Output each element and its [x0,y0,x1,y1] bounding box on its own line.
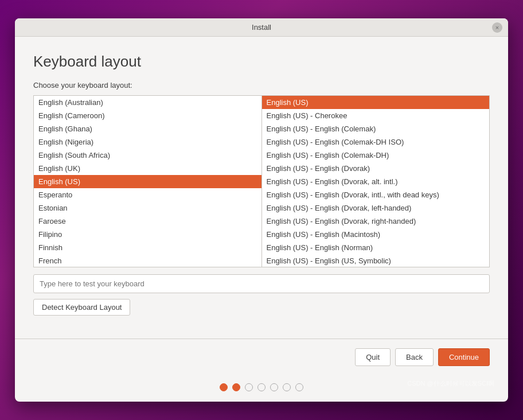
list-item[interactable]: English (US) - English (US, Symbolic) [262,254,490,267]
list-item[interactable]: English (Australian) [34,96,262,109]
bottom-navigation: Quit Back Continue [15,339,508,378]
list-item[interactable]: Estonian [34,201,262,215]
list-item[interactable]: English (US) - English (Dvorak, left-han… [262,201,490,215]
continue-button[interactable]: Continue [438,348,490,366]
list-item[interactable]: English (US) - English (Colemak-DH) [262,149,490,162]
list-item[interactable]: Finnish [34,241,262,254]
close-button[interactable]: × [492,22,502,33]
page-title: Keyboard layout [33,53,490,71]
list-item[interactable]: English (US) - English (Dvorak, right-ha… [262,215,490,228]
list-item[interactable]: English (Ghana) [34,122,262,135]
list-item[interactable]: English (US) - English (Dvorak) [262,162,490,175]
progress-dot-5 [283,383,291,391]
list-item[interactable]: English (US) [262,96,490,109]
list-item[interactable]: English (US) - English (Colemak-DH ISO) [262,135,490,149]
list-item[interactable]: English (US) - English (Dvorak, alt. int… [262,175,490,188]
list-item[interactable]: English (US) [34,175,262,188]
detect-keyboard-button[interactable]: Detect Keyboard Layout [33,299,130,316]
progress-dot-1 [232,383,240,391]
list-item[interactable]: Filipino [34,228,262,241]
progress-dot-2 [245,383,253,391]
list-item[interactable]: Faroese [34,215,262,228]
progress-dot-0 [220,383,228,391]
list-item[interactable]: Esperanto [34,188,262,201]
list-item[interactable]: English (US) - English (Dvorak, intl., w… [262,188,490,201]
list-item[interactable]: English (US) - Cherokee [262,109,490,122]
watermark-text: CSDN @什么时候可以发SCI啊 [407,379,494,388]
main-content: Keyboard layout Choose your keyboard lay… [15,37,508,329]
window-title: Install [252,23,271,32]
progress-dot-3 [257,383,266,391]
list-item[interactable]: English (US) - English (Colemak) [262,122,490,135]
quit-button[interactable]: Quit [355,348,391,366]
list-item[interactable]: English (UK) [34,162,262,175]
list-item[interactable]: English (US) - English (Norman) [262,241,490,254]
back-button[interactable]: Back [395,348,434,366]
list-item[interactable]: English (US) - English (Macintosh) [262,228,490,241]
list-item[interactable]: English (South Africa) [34,149,262,162]
variant-list[interactable]: English (US)English (US) - CherokeeEngli… [262,96,490,267]
list-item[interactable]: English (Nigeria) [34,135,262,149]
keyboard-test-input[interactable] [33,274,490,293]
language-list[interactable]: English (Australian)English (Cameroon)En… [34,96,262,267]
progress-dot-4 [270,383,278,391]
titlebar: Install × [15,18,508,37]
progress-dot-6 [295,383,303,391]
subtitle-label: Choose your keyboard layout: [33,81,490,90]
keyboard-layout-lists: English (Australian)English (Cameroon)En… [33,95,490,267]
list-item[interactable]: French [34,254,262,267]
install-window: Install × Keyboard layout Choose your ke… [15,18,508,402]
list-item[interactable]: English (Cameroon) [34,109,262,122]
